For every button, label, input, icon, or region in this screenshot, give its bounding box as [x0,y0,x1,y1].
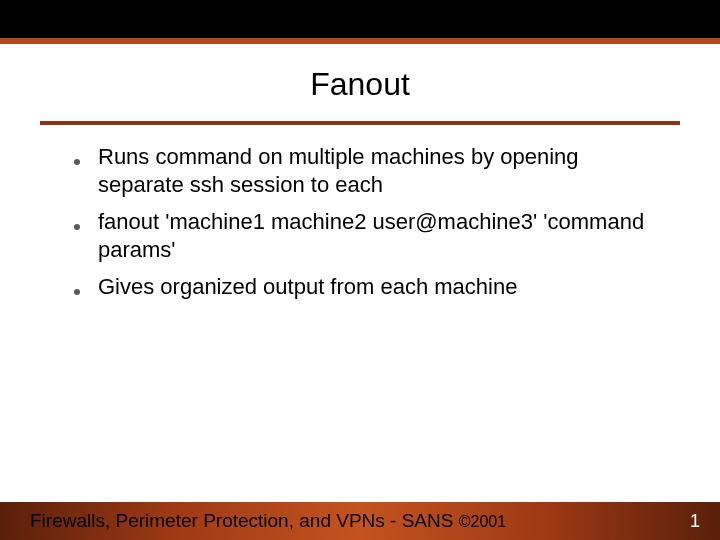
bullet-item: Gives organized output from each machine [70,273,650,301]
slide-title: Fanout [0,66,720,103]
footer-text: Firewalls, Perimeter Protection, and VPN… [30,510,459,531]
bullet-item: Runs command on multiple machines by ope… [70,143,650,198]
slide: Fanout Runs command on multiple machines… [0,0,720,540]
content-area: Runs command on multiple machines by ope… [0,125,720,502]
footer-copyright: ©2001 [459,513,506,530]
bullet-item: fanout 'machine1 machine2 user@machine3'… [70,208,650,263]
title-area: Fanout [0,44,720,117]
page-number: 1 [690,511,700,532]
bullet-list: Runs command on multiple machines by ope… [70,143,650,301]
footer-bar: Firewalls, Perimeter Protection, and VPN… [0,502,720,540]
top-bar [0,0,720,44]
footer-text-wrap: Firewalls, Perimeter Protection, and VPN… [30,510,506,532]
